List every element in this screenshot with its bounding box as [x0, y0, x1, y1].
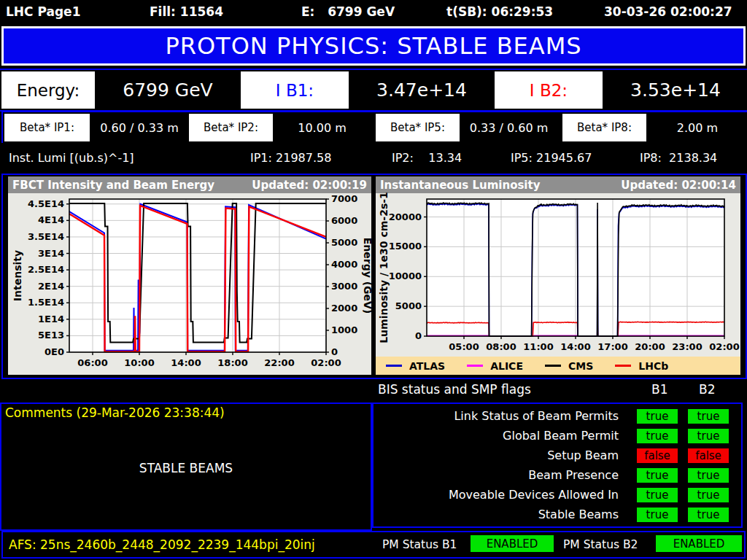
lhc-page1-screen: LHC Page1 Fill: 11564 E: 6799 GeV t(SB):…	[0, 0, 747, 560]
svg-text:5000: 5000	[395, 300, 422, 311]
alice-line-swatch	[467, 365, 483, 367]
svg-text:Luminosity / 1e30 cm-2s-1: Luminosity / 1e30 cm-2s-1	[378, 192, 390, 343]
charts-container: FBCT Intensity and Beam Energy Updated: …	[1, 174, 747, 379]
status-badge: true	[637, 488, 678, 502]
lumi-ip2: IP2: 13.34	[392, 151, 462, 165]
svg-text:17:00: 17:00	[597, 341, 627, 352]
svg-text:11:00: 11:00	[523, 341, 553, 352]
fbct-intensity-panel: FBCT Intensity and Beam Energy Updated: …	[8, 176, 371, 375]
svg-text:05:00: 05:00	[449, 341, 479, 352]
afs-filling-scheme: AFS: 25ns_2460b_2448_2092_2239_144bpi_20…	[9, 537, 315, 552]
pm-status-b2-label: PM Status B2	[563, 538, 638, 551]
svg-text:08:00: 08:00	[486, 341, 516, 352]
beta-ip2-value: 10.00 m	[276, 114, 368, 141]
svg-text:18:00: 18:00	[217, 357, 247, 368]
luminosity-legend: ATLAS ALICE CMS LHCb	[376, 357, 740, 375]
bis-row-beam-presence: Beam Presence true true	[374, 468, 732, 483]
beta-ip2-label: Beta* IP2:	[189, 114, 273, 141]
beta-ip5-label: Beta* IP5:	[376, 114, 460, 141]
bis-row-stable-beams: Stable Beams true true	[374, 508, 732, 522]
svg-text:06:00: 06:00	[77, 357, 107, 368]
cms-line-swatch	[545, 365, 561, 367]
legend-item-atlas: ATLAS	[386, 360, 445, 372]
beta-ip8-value: 2.00 m	[649, 114, 746, 141]
legend-item-alice: ALICE	[467, 360, 523, 372]
bis-header-row: BIS status and SMP flags B1 B2	[0, 379, 747, 401]
svg-text:22:00: 22:00	[264, 357, 294, 368]
svg-text:3E14: 3E14	[38, 248, 64, 259]
svg-text:3.5E14: 3.5E14	[28, 231, 64, 242]
bis-row-link-status: Link Status of Beam Permits true true	[374, 409, 732, 424]
bis-flags-box: Link Status of Beam Permits true true Gl…	[372, 402, 743, 528]
bis-row-moveable-devices: Moveable Devices Allowed In true true	[374, 488, 732, 502]
svg-text:20:00: 20:00	[635, 341, 665, 352]
comments-title: Comments (29-Mar-2026 23:38:44)	[5, 405, 225, 420]
svg-text:02:00: 02:00	[311, 357, 341, 368]
svg-text:2.5E14: 2.5E14	[28, 264, 64, 275]
beta-ip8-label: Beta* IP8:	[562, 114, 646, 141]
intensity-b2-value: 3.53e+14	[605, 71, 746, 109]
svg-text:10000: 10000	[389, 271, 422, 281]
top-bar: LHC Page1 Fill: 11564 E: 6799 GeV t(SB):…	[0, 0, 747, 24]
lumi-ip8: IP8: 2138.34	[640, 151, 717, 165]
status-badge: false	[688, 448, 729, 463]
page-title: PROTON PHYSICS: STABLE BEAMS	[165, 32, 581, 60]
legend-item-cms: CMS	[545, 360, 593, 372]
svg-text:6000: 6000	[331, 215, 357, 226]
comments-box: Comments (29-Mar-2026 23:38:44) STABLE B…	[0, 402, 372, 531]
svg-text:1000: 1000	[331, 324, 357, 335]
inst-lumi-row: Inst. Lumi [(ub.s)^-1] IP1: 21987.58 IP2…	[0, 143, 747, 172]
bis-col-b1: B1	[651, 382, 667, 397]
svg-text:2000: 2000	[331, 303, 357, 314]
lumi-ip5: IP5: 21945.67	[511, 151, 592, 165]
intensity-b1-label: I B1:	[241, 71, 349, 109]
comments-body: STABLE BEAMS	[1, 461, 371, 475]
lumi-ip1: IP1: 21987.58	[250, 151, 331, 165]
luminosity-panel-header: Instantaneous Luminosity Updated: 02:00:…	[376, 176, 740, 193]
svg-text:3000: 3000	[331, 281, 357, 292]
status-badge: false	[637, 448, 678, 463]
svg-text:4.5E14: 4.5E14	[28, 198, 64, 209]
bis-col-b2: B2	[699, 382, 715, 397]
legend-item-lhcb: LHCb	[615, 360, 668, 372]
status-badge: true	[688, 409, 729, 424]
svg-text:1.5E14: 1.5E14	[28, 297, 64, 308]
svg-text:0: 0	[331, 346, 338, 357]
intensity-b2-label: I B2:	[495, 71, 603, 109]
svg-text:15000: 15000	[389, 241, 422, 252]
svg-text:23:00: 23:00	[672, 341, 702, 352]
energy-intensity-row: Energy: 6799 GeV I B1: 3.47e+14 I B2: 3.…	[0, 69, 747, 112]
date-time: 30-03-26 02:00:27	[604, 4, 732, 19]
beta-ip5-value: 0.33 / 0.60 m	[462, 114, 555, 141]
status-badge: true	[637, 409, 678, 424]
luminosity-chart: 05:0008:0011:0014:0017:0020:0023:0002:00…	[376, 193, 740, 357]
app-title: LHC Page1	[6, 4, 80, 19]
fbct-intensity-chart: 06:0010:0014:0018:0022:0002:000E05E131E1…	[8, 193, 371, 375]
bis-header-title: BIS status and SMP flags	[378, 382, 531, 397]
luminosity-panel: Instantaneous Luminosity Updated: 02:00:…	[376, 176, 740, 375]
svg-text:4000: 4000	[331, 259, 357, 270]
atlas-line-swatch	[386, 365, 402, 367]
intensity-b1-value: 3.47e+14	[352, 71, 492, 109]
svg-text:0: 0	[415, 330, 422, 341]
bis-row-setup-beam: Setup Beam false false	[374, 448, 732, 463]
beta-star-row: Beta* IP1: 0.60 / 0.33 m Beta* IP2: 10.0…	[1, 111, 747, 144]
status-badge: true	[637, 468, 678, 483]
afs-row: AFS: 25ns_2460b_2448_2092_2239_144bpi_20…	[1, 531, 746, 559]
fbct-panel-updated: Updated: 02:00:19	[252, 179, 367, 192]
svg-text:2E14: 2E14	[38, 281, 64, 292]
lhcb-line-swatch	[615, 365, 631, 367]
pm-status-b1-label: PM Status B1	[382, 538, 457, 551]
beta-ip1-value: 0.60 / 0.33 m	[93, 114, 186, 141]
svg-text:5000: 5000	[331, 237, 357, 248]
svg-text:14:00: 14:00	[560, 341, 590, 352]
pm-status-b1-badge: ENABLED	[471, 535, 554, 552]
svg-text:Energy (GeV): Energy (GeV)	[362, 238, 374, 314]
svg-text:5E13: 5E13	[38, 330, 64, 341]
lumi-label: Inst. Lumi [(ub.s)^-1]	[9, 151, 134, 165]
time-in-stable-beams: t(SB): 06:29:53	[446, 4, 553, 19]
svg-text:20000: 20000	[389, 211, 422, 222]
status-badge: true	[637, 508, 678, 522]
luminosity-panel-title: Instantaneous Luminosity	[380, 179, 540, 192]
svg-text:1E14: 1E14	[38, 314, 64, 324]
